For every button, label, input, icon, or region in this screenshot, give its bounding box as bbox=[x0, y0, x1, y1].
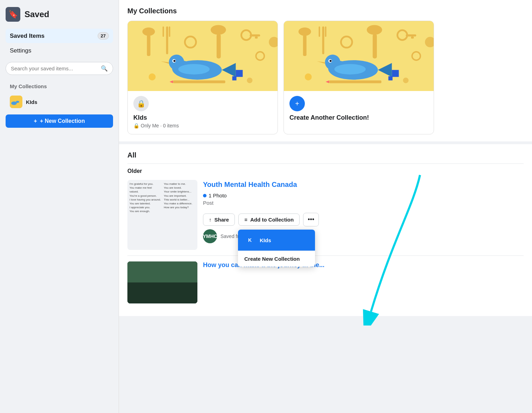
new-collection-label: + New Collection bbox=[40, 118, 85, 124]
saved-items-label: Saved Items bbox=[10, 33, 44, 40]
my-collections-sidebar-label: My Collections bbox=[6, 82, 113, 91]
main-content: My Collections bbox=[119, 0, 532, 413]
collection-card-kids[interactable]: 🔒 KIds 🔒 Only Me · 0 items bbox=[127, 21, 278, 134]
more-options-button[interactable]: ••• bbox=[303, 213, 319, 226]
svg-rect-35 bbox=[319, 26, 320, 37]
svg-rect-39 bbox=[411, 36, 414, 38]
create-collection-icon: + bbox=[289, 96, 305, 111]
collection-card-name-kids: KIds bbox=[133, 114, 272, 121]
svg-point-56 bbox=[403, 78, 408, 83]
svg-point-51 bbox=[329, 60, 331, 62]
svg-rect-55 bbox=[388, 76, 393, 80]
lock-icon-small: 🔒 bbox=[133, 123, 139, 128]
photo-count: 1 Photo bbox=[209, 192, 227, 198]
post-thumbnail-ymhc: I'm grateful for you. You make me feel v… bbox=[127, 180, 197, 250]
kids-avatar: K bbox=[244, 234, 255, 246]
collection-card-meta-kids: 🔒 Only Me · 0 items bbox=[133, 123, 272, 128]
sidebar-collection-kids[interactable]: KIds bbox=[6, 93, 113, 111]
svg-rect-60 bbox=[127, 261, 197, 282]
create-collection-name: Create Another Collection! bbox=[289, 114, 428, 121]
second-post-thumb bbox=[127, 261, 197, 303]
post-meta-ymhc: 1 Photo bbox=[203, 192, 524, 198]
svg-rect-6 bbox=[166, 26, 168, 54]
post-title-ymhc: Youth Mental Health Canada bbox=[203, 180, 524, 189]
sidebar-title: Saved bbox=[24, 9, 49, 19]
sidebar: 🔖 Saved Saved Items 27 Settings 🔍 My Col… bbox=[0, 0, 119, 413]
svg-point-21 bbox=[178, 64, 210, 75]
search-icon: 🔍 bbox=[101, 65, 108, 72]
all-title: All bbox=[127, 151, 524, 159]
more-icon: ••• bbox=[308, 216, 314, 223]
post-item-ymhc: I'm grateful for you. You make me feel v… bbox=[127, 180, 524, 250]
sidebar-header: 🔖 Saved bbox=[6, 7, 113, 22]
saved-from-avatar: YMHC bbox=[203, 229, 217, 243]
share-button[interactable]: ↑ Share bbox=[203, 214, 235, 226]
blue-dot bbox=[203, 194, 206, 197]
my-collections-title: My Collections bbox=[127, 7, 524, 15]
svg-rect-54 bbox=[392, 70, 399, 77]
saved-items-count: 27 bbox=[98, 32, 109, 40]
share-icon: ↑ bbox=[209, 217, 212, 223]
collection-card-info-kids: 🔒 KIds 🔒 Only Me · 0 items bbox=[128, 91, 278, 134]
svg-rect-10 bbox=[250, 34, 260, 36]
search-box[interactable]: 🔍 bbox=[6, 62, 113, 75]
svg-rect-5 bbox=[147, 35, 150, 56]
second-post-inner: How you can make a the journey in the... bbox=[127, 261, 524, 303]
create-new-collection-label: Create New Collection bbox=[244, 256, 300, 262]
svg-rect-41 bbox=[373, 34, 377, 58]
svg-rect-8 bbox=[169, 26, 170, 37]
post-text-preview: I'm grateful for you. You make me feel v… bbox=[130, 182, 195, 214]
collection-card-img-create bbox=[284, 21, 434, 91]
collection-card-lock-icon: 🔒 bbox=[133, 96, 149, 111]
svg-point-29 bbox=[149, 74, 156, 80]
add-to-collection-dropdown: K KIds Create New Collection bbox=[238, 230, 315, 267]
collection-thumb-kids bbox=[10, 96, 22, 108]
settings-label: Settings bbox=[10, 47, 31, 54]
svg-point-49 bbox=[334, 64, 366, 75]
svg-point-23 bbox=[173, 60, 175, 62]
svg-point-4 bbox=[142, 27, 155, 36]
sidebar-item-settings[interactable]: Settings bbox=[6, 44, 113, 58]
my-collections-section: My Collections bbox=[119, 0, 532, 141]
collections-grid: 🔒 KIds 🔒 Only Me · 0 items bbox=[127, 21, 524, 134]
new-collection-plus: + bbox=[34, 118, 37, 124]
svg-rect-38 bbox=[406, 34, 416, 36]
svg-rect-11 bbox=[255, 36, 258, 38]
svg-rect-24 bbox=[173, 80, 225, 83]
all-section: All Older I'm grateful for you. You make… bbox=[119, 144, 532, 316]
search-input[interactable] bbox=[11, 65, 98, 71]
sidebar-item-saved-items[interactable]: Saved Items 27 bbox=[6, 29, 113, 43]
post-info-ymhc: Youth Mental Health Canada 1 Photo Post … bbox=[203, 180, 524, 243]
svg-point-12 bbox=[211, 25, 226, 35]
svg-rect-33 bbox=[303, 35, 307, 56]
divider-all bbox=[127, 163, 524, 164]
collection-name-kids: KIds bbox=[26, 99, 37, 105]
add-to-collection-button[interactable]: ≡ Add to Collection bbox=[238, 214, 300, 226]
svg-point-57 bbox=[305, 74, 312, 80]
new-collection-button[interactable]: + + New Collection bbox=[6, 114, 113, 128]
svg-point-32 bbox=[299, 27, 311, 36]
svg-rect-27 bbox=[232, 76, 237, 80]
dropdown-create-collection[interactable]: Create New Collection bbox=[238, 251, 315, 267]
dropdown-item-kids[interactable]: K KIds bbox=[238, 230, 315, 251]
svg-rect-34 bbox=[322, 26, 324, 54]
svg-rect-7 bbox=[163, 26, 164, 37]
svg-point-28 bbox=[247, 78, 252, 83]
svg-rect-52 bbox=[329, 80, 381, 83]
svg-rect-61 bbox=[127, 282, 197, 303]
saved-icon: 🔖 bbox=[6, 7, 20, 22]
post-type: Post bbox=[203, 200, 524, 206]
svg-point-40 bbox=[367, 25, 382, 35]
share-label: Share bbox=[215, 217, 229, 223]
layers-icon: ≡ bbox=[244, 217, 247, 223]
svg-rect-36 bbox=[325, 26, 326, 37]
collection-card-img-kids bbox=[128, 21, 278, 91]
collection-card-info-create: + Create Another Collection! bbox=[284, 91, 434, 128]
svg-point-2 bbox=[16, 101, 19, 103]
add-to-collection-label: Add to Collection bbox=[250, 217, 294, 223]
collection-privacy: Only Me · 0 items bbox=[141, 123, 179, 128]
older-title: Older bbox=[127, 168, 524, 174]
post-actions: ↑ Share ≡ Add to Collection ••• K bbox=[203, 213, 524, 226]
collection-card-create[interactable]: + Create Another Collection! bbox=[284, 21, 434, 134]
dropdown-kids-label: KIds bbox=[260, 237, 271, 243]
